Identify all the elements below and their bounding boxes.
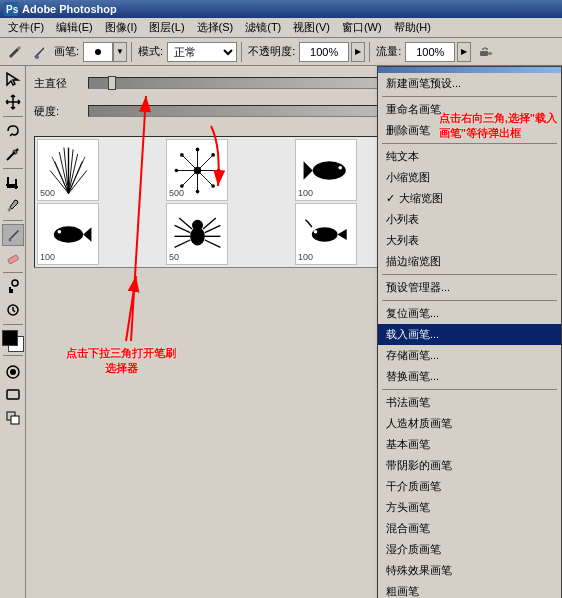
brush-cell-2[interactable]: 500	[166, 139, 228, 201]
brush-size-2: 500	[169, 188, 184, 198]
svg-text:Ps: Ps	[6, 4, 18, 15]
brush-size-6: 50	[169, 252, 179, 262]
eyedropper-tool[interactable]	[2, 195, 24, 217]
flow-arrow[interactable]: ▶	[457, 42, 471, 62]
dropdown-item-26[interactable]: 湿介质画笔	[378, 539, 561, 560]
clone-stamp-tool[interactable]	[2, 276, 24, 298]
menu-view[interactable]: 视图(V)	[287, 18, 336, 37]
hardness-label: 硬度:	[34, 104, 84, 119]
svg-point-47	[312, 161, 345, 179]
main-area: 主直径 ▶ 硬度:	[0, 66, 562, 598]
svg-line-41	[197, 155, 212, 170]
dropdown-item-14[interactable]: 复位画笔...	[378, 303, 561, 324]
svg-point-48	[338, 165, 342, 169]
menu-bar: 文件(F) 编辑(E) 图像(I) 图层(L) 选择(S) 滤镜(T) 视图(V…	[0, 18, 562, 38]
dropdown-item-5[interactable]: 纯文本	[378, 146, 561, 167]
brush-cell-3[interactable]: 100	[295, 139, 357, 201]
svg-line-62	[203, 218, 216, 229]
pencil-tool-btn[interactable]	[4, 41, 26, 63]
lasso-tool[interactable]	[2, 120, 24, 142]
brush-dropdown-btn[interactable]: ▼	[113, 42, 127, 62]
menu-file[interactable]: 文件(F)	[2, 18, 50, 37]
menu-help[interactable]: 帮助(H)	[388, 18, 437, 37]
flow-input[interactable]	[405, 42, 455, 62]
menu-filter[interactable]: 滤镜(T)	[239, 18, 287, 37]
selection-tool[interactable]	[2, 68, 24, 90]
dropdown-item-15[interactable]: 载入画笔...	[378, 324, 561, 345]
menu-edit[interactable]: 编辑(E)	[50, 18, 99, 37]
quick-mask-btn[interactable]	[2, 361, 24, 383]
menu-select[interactable]: 选择(S)	[191, 18, 240, 37]
svg-point-2	[35, 55, 39, 59]
screen-mode-btn[interactable]	[2, 384, 24, 406]
svg-point-32	[195, 147, 199, 151]
menu-image[interactable]: 图像(I)	[99, 18, 143, 37]
title-text: Adobe Photoshop	[22, 3, 117, 15]
dropdown-item-0[interactable]: 新建画笔预设...	[378, 73, 561, 94]
dropdown-sep-18	[382, 389, 557, 390]
brush-cell-1[interactable]: 500	[37, 139, 99, 201]
svg-line-29	[68, 156, 85, 193]
svg-line-45	[197, 170, 212, 185]
dropdown-item-7[interactable]: 大缩览图	[378, 188, 561, 209]
dropdown-item-23[interactable]: 干介质画笔	[378, 476, 561, 497]
brush-tool-btn[interactable]	[28, 41, 50, 63]
dropdown-item-27[interactable]: 特殊效果画笔	[378, 560, 561, 581]
brush-preview[interactable]	[83, 42, 113, 62]
mode-select[interactable]: 正常	[167, 42, 237, 62]
airbrush-btn[interactable]	[475, 41, 497, 63]
dropdown-item-9[interactable]: 大列表	[378, 230, 561, 251]
mode-label: 模式:	[138, 44, 163, 59]
dropdown-item-28[interactable]: 粗画笔	[378, 581, 561, 598]
dropdown-item-25[interactable]: 混合画笔	[378, 518, 561, 539]
brush-label: 画笔:	[54, 44, 79, 59]
dropdown-item-24[interactable]: 方头画笔	[378, 497, 561, 518]
dropdown-item-10[interactable]: 描边缩览图	[378, 251, 561, 272]
svg-point-5	[482, 48, 484, 50]
app-icon: Ps	[4, 2, 18, 16]
brush-cell-5[interactable]: 100	[37, 203, 99, 265]
dropdown-item-17[interactable]: 替换画笔...	[378, 366, 561, 387]
svg-line-39	[182, 155, 197, 170]
svg-point-10	[8, 239, 11, 242]
dropdown-item-20[interactable]: 人造材质画笔	[378, 413, 561, 434]
menu-window[interactable]: 窗口(W)	[336, 18, 388, 37]
svg-line-66	[126, 276, 136, 341]
move-tool[interactable]	[2, 91, 24, 113]
dropdown-sep-13	[382, 300, 557, 301]
dropdown-item-19[interactable]: 书法画笔	[378, 392, 561, 413]
diameter-label: 主直径	[34, 76, 84, 91]
dropdown-item-16[interactable]: 存储画笔...	[378, 345, 561, 366]
opacity-arrow[interactable]: ▶	[351, 42, 365, 62]
history-brush-tool[interactable]	[2, 299, 24, 321]
brush-cell-6[interactable]: 50	[166, 203, 228, 265]
tool-sep-3	[3, 220, 23, 221]
jump-to-btn[interactable]	[2, 407, 24, 429]
dropdown-item-22[interactable]: 带阴影的画笔	[378, 455, 561, 476]
annotation-left: 点击下拉三角打开笔刷选择器	[66, 346, 176, 377]
brush-size-1: 500	[40, 188, 55, 198]
menu-layer[interactable]: 图层(L)	[143, 18, 190, 37]
dropdown-item-8[interactable]: 小列表	[378, 209, 561, 230]
color-picker[interactable]	[2, 330, 24, 352]
svg-rect-4	[488, 52, 492, 55]
dropdown-sep-1	[382, 96, 557, 97]
tool-sep-4	[3, 272, 23, 273]
dropdown-item-12[interactable]: 预设管理器...	[378, 277, 561, 298]
eraser-tool[interactable]	[2, 247, 24, 269]
brush-cell-7[interactable]: 100	[295, 203, 357, 265]
svg-line-60	[204, 240, 220, 247]
opacity-input[interactable]	[299, 42, 349, 62]
dropdown-item-6[interactable]: 小缩览图	[378, 167, 561, 188]
svg-point-63	[311, 227, 337, 242]
separator-2	[241, 42, 242, 62]
crop-tool[interactable]	[2, 172, 24, 194]
foreground-color[interactable]	[2, 330, 18, 346]
svg-point-44	[180, 184, 184, 188]
svg-line-55	[174, 225, 190, 232]
magic-wand-tool[interactable]	[2, 143, 24, 165]
svg-point-64	[313, 229, 317, 233]
svg-line-61	[179, 218, 192, 229]
dropdown-item-21[interactable]: 基本画笔	[378, 434, 561, 455]
brush-tool[interactable]	[2, 224, 24, 246]
